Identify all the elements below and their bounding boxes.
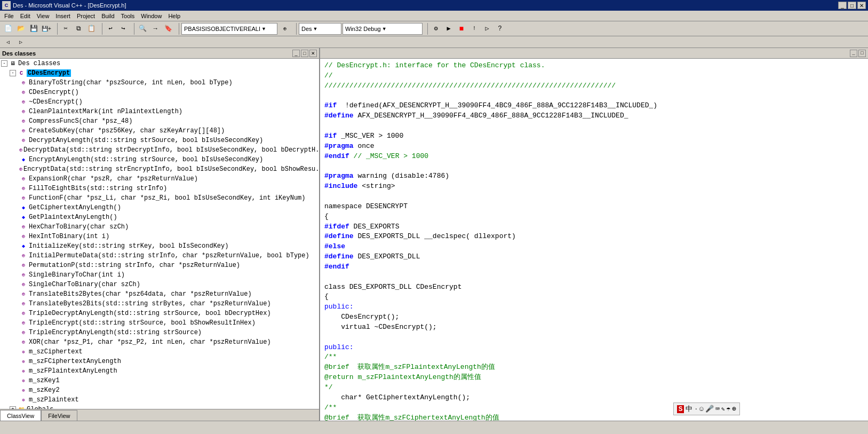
- list-item[interactable]: ⊕ FillToEightBits(std::string strInfo): [0, 184, 319, 193]
- right-panel-minimize[interactable]: _: [850, 50, 857, 57]
- code-editor[interactable]: // DesEncrypt.h: interface for the CDesE…: [320, 59, 868, 421]
- nav-back-button[interactable]: ◁: [2, 37, 14, 47]
- left-panel-minimize[interactable]: _: [292, 50, 300, 57]
- list-item[interactable]: ⊕ DecryptData(std::string strDecryptInfo…: [0, 145, 319, 155]
- menu-file[interactable]: File: [1, 12, 17, 20]
- list-item[interactable]: ⊕ HexCharToBinary(char szCh): [0, 222, 319, 232]
- undo-button[interactable]: ↩: [105, 23, 116, 35]
- ime-keyboard-icon[interactable]: ⌨: [715, 405, 720, 413]
- help-btn[interactable]: ?: [494, 23, 506, 35]
- left-panel-close[interactable]: ✕: [309, 50, 317, 57]
- list-item[interactable]: ⊕ m_szFCiphertextAnyLength: [0, 357, 319, 366]
- config-type-dropdown[interactable]: Win32 Debug ▼: [343, 23, 423, 35]
- list-item[interactable]: ◆ GetPlaintextAnyLength(): [0, 212, 319, 222]
- list-item[interactable]: ⊕ TranslateBits2Bytes(char *psz64data, c…: [0, 289, 319, 299]
- close-button[interactable]: ✕: [857, 2, 866, 9]
- project-dropdown[interactable]: PBASISISOBJECTIVEREALI ▼: [181, 23, 277, 35]
- list-item[interactable]: ⊕ EncryptData(std::string strEncryptInfo…: [0, 164, 319, 174]
- redo-button[interactable]: ↪: [117, 23, 129, 35]
- goto-button[interactable]: →: [149, 23, 161, 35]
- list-item[interactable]: ⊕ m_szKey2: [0, 385, 319, 395]
- list-item[interactable]: ⊕ TranslateBytes2Bits(std::string strByt…: [0, 299, 319, 309]
- list-item[interactable]: ⊕ m_szPlaintext: [0, 395, 319, 405]
- list-item[interactable]: ◆ InitializeKey(std::string strKey, bool…: [0, 241, 319, 251]
- field-label: m_szFPlaintextAnyLength: [29, 367, 117, 375]
- wizard-button[interactable]: ⊕: [278, 23, 291, 35]
- nav-fwd-button[interactable]: ▷: [15, 37, 27, 47]
- config-name-arrow: ▼: [313, 26, 318, 31]
- method-icon: ⊕: [19, 165, 22, 173]
- config-name-dropdown[interactable]: Des ▼: [299, 23, 341, 35]
- left-panel-maximize[interactable]: □: [301, 50, 308, 57]
- right-panel: _ □ // DesEncrypt.h: interface for the C…: [320, 48, 868, 421]
- list-item[interactable]: ⊕ SingleBinaryToChar(int i): [0, 270, 319, 280]
- list-item[interactable]: ⊕ CreateSubKey(char *psz56Key, char szKe…: [0, 126, 319, 136]
- ime-pen-icon[interactable]: ✎: [721, 406, 725, 413]
- list-item[interactable]: ◆ GetCiphertextAnyLength(): [0, 203, 319, 212]
- menu-tools[interactable]: Tools: [118, 12, 138, 20]
- list-item[interactable]: ⊕ CleanPlaintextMark(int nPlaintextLengt…: [0, 107, 319, 116]
- tab-fileview[interactable]: FileView: [41, 410, 77, 421]
- ime-umbrella-icon[interactable]: ☂: [726, 405, 730, 413]
- list-item[interactable]: ⊕ PermutationP(std::string strInfo, char…: [0, 261, 319, 270]
- bookmark-button[interactable]: 🔖: [162, 23, 174, 35]
- list-item[interactable]: ⊕ ~CDesEncrypt(): [0, 97, 319, 107]
- paste-button[interactable]: 📋: [85, 23, 97, 35]
- list-item[interactable]: ⊕ FunctionF(char *psz_Li, char *psz_Ri, …: [0, 193, 319, 203]
- list-item[interactable]: ⊕ DecryptAnyLength(std::string strSource…: [0, 136, 319, 145]
- run-button[interactable]: ▷: [481, 23, 493, 35]
- open-button[interactable]: 📂: [15, 23, 27, 35]
- window-controls[interactable]: _ □ ✕: [838, 2, 866, 9]
- list-item[interactable]: ⊕ ExpansionR(char *pszR, char *pszReturn…: [0, 174, 319, 184]
- compile-button[interactable]: ▶: [443, 23, 455, 35]
- tree-globals[interactable]: + 📁 Globals: [0, 405, 319, 409]
- menu-project[interactable]: Project: [74, 12, 98, 20]
- ime-settings-icon[interactable]: ⊕: [732, 405, 736, 413]
- list-item[interactable]: ⊕ m_szCiphertext: [0, 347, 319, 357]
- list-item[interactable]: ⊕ InitialPermuteData(std::string strInfo…: [0, 251, 319, 261]
- tree-root-expand[interactable]: - 🖥 Des classes: [0, 59, 319, 68]
- tab-classview[interactable]: ClassView: [0, 410, 41, 421]
- ime-smile-icon[interactable]: ☺: [699, 405, 704, 413]
- menu-help[interactable]: Help: [165, 12, 184, 20]
- save-all-button[interactable]: 💾+: [41, 23, 52, 35]
- code-line: #if !defined(AFX_DESENCRYPT_H__39090FF4_…: [324, 101, 864, 111]
- find-button[interactable]: 🔍: [137, 23, 148, 35]
- build-button[interactable]: ⚙: [430, 23, 442, 35]
- list-item[interactable]: ⊕ CompressFuncS(char *psz_48): [0, 116, 319, 126]
- cut-button[interactable]: ✂: [60, 23, 71, 35]
- debug-button[interactable]: !: [468, 23, 480, 35]
- save-button[interactable]: 💾: [28, 23, 39, 35]
- root-expand-icon[interactable]: -: [1, 60, 7, 67]
- menu-build[interactable]: Build: [98, 12, 117, 20]
- menu-insert[interactable]: Insert: [52, 12, 74, 20]
- new-button[interactable]: 📄: [2, 23, 14, 35]
- copy-button[interactable]: ⧉: [73, 23, 84, 35]
- ime-s-icon[interactable]: S: [677, 405, 684, 413]
- method-icon: ⊕: [19, 175, 28, 183]
- list-item[interactable]: ⊕ m_szKey1: [0, 376, 319, 385]
- list-item[interactable]: ⊕ SingleCharToBinary(char szCh): [0, 280, 319, 289]
- menu-view[interactable]: View: [34, 12, 53, 20]
- menu-edit[interactable]: Edit: [17, 12, 34, 20]
- list-item[interactable]: ⊕ BinaryToString(char *pszSource, int nL…: [0, 78, 319, 88]
- right-panel-maximize[interactable]: □: [858, 50, 866, 57]
- list-item[interactable]: ⊕ HexIntToBinary(int i): [0, 232, 319, 241]
- list-item[interactable]: ⊕ XOR(char *psz_P1, char *psz_P2, int nL…: [0, 337, 319, 347]
- list-item[interactable]: ⊕ TripleDecryptAnyLength(std::string str…: [0, 309, 319, 318]
- minimize-button[interactable]: _: [838, 2, 847, 9]
- stop-button[interactable]: ■: [456, 23, 467, 35]
- ime-mic-icon[interactable]: 🎤: [705, 405, 714, 413]
- list-item[interactable]: ⊕ CDesEncrypt(): [0, 88, 319, 97]
- ime-chinese-icon[interactable]: 中: [686, 404, 692, 414]
- list-item[interactable]: ⊕ TripleEncryptAnyLength(std::string str…: [0, 328, 319, 337]
- list-item[interactable]: ⊕ TripleEncrypt(std::string strSource, b…: [0, 318, 319, 328]
- list-item[interactable]: ◆ EncryptAnyLength(std::string strSource…: [0, 155, 319, 164]
- menu-window[interactable]: Window: [138, 12, 165, 20]
- maximize-button[interactable]: □: [848, 2, 856, 9]
- list-item[interactable]: ⊕ m_szFPlaintextAnyLength: [0, 366, 319, 376]
- tree-class-expand[interactable]: - C CDesEncrypt: [0, 68, 319, 78]
- class-expand-icon[interactable]: -: [10, 70, 16, 76]
- method-label: HexIntToBinary(int i): [29, 233, 109, 240]
- ime-dot-icon[interactable]: ·: [694, 406, 698, 412]
